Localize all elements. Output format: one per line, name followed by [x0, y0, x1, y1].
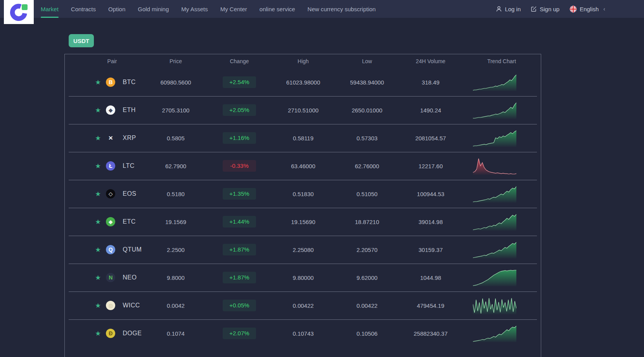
user-icon: [496, 6, 502, 12]
favorite-star-icon[interactable]: ★: [95, 107, 101, 114]
column-header-price: Price: [144, 58, 208, 64]
table-row-wicc[interactable]: ★◍WICC0.0042+0.05%0.004220.00422479454.1…: [65, 291, 541, 319]
table-row-eos[interactable]: ★◇EOS0.5180+1.35%0.518300.51050100944.53: [65, 180, 541, 208]
trend-chart-cell: [462, 157, 541, 175]
table-row-btc[interactable]: ★BBTC60980.5600+2.54%61023.9800059438.94…: [65, 68, 541, 96]
change-badge: +2.05%: [223, 104, 256, 116]
pair-cell: ★QQTUM: [65, 245, 144, 254]
nav-item-my-assets[interactable]: My Assets: [181, 0, 208, 18]
row-divider: [69, 96, 537, 97]
high-cell: 2.25080: [271, 247, 335, 253]
change-badge: +1.87%: [223, 272, 256, 283]
favorite-star-icon[interactable]: ★: [95, 219, 101, 225]
favorite-star-icon[interactable]: ★: [95, 274, 101, 281]
column-header-trend-chart: Trend Chart: [462, 58, 541, 64]
usdt-filter-tab[interactable]: USDT: [69, 34, 94, 47]
table-row-eth[interactable]: ★◆ETH2705.3100+2.05%2710.510002650.01000…: [65, 96, 541, 124]
change-cell: +1.87%: [208, 244, 271, 255]
pair-cell: ★BBTC: [65, 78, 144, 87]
price-cell: 0.5180: [144, 191, 208, 197]
trend-chart-cell: [462, 185, 541, 203]
change-cell: +1.87%: [208, 272, 271, 283]
coin-icon-xrp: ×: [106, 133, 115, 143]
trend-sparkline: [473, 324, 516, 342]
top-navbar: MarketContractsOptionGold miningMy Asset…: [0, 0, 644, 18]
language-caret-icon[interactable]: ‹: [603, 6, 605, 12]
low-cell: 62.76000: [335, 163, 399, 169]
price-cell: 2705.3100: [144, 107, 208, 114]
nav-item-option[interactable]: Option: [108, 0, 125, 18]
change-badge: +2.54%: [223, 76, 256, 88]
login-label: Log in: [505, 6, 521, 12]
volume-cell: 479454.19: [399, 302, 462, 309]
volume-cell: 30159.37: [399, 247, 462, 253]
favorite-star-icon[interactable]: ★: [95, 163, 101, 169]
favorite-star-icon[interactable]: ★: [95, 302, 101, 309]
trend-chart-cell: [462, 241, 541, 259]
pair-cell: ★◍WICC: [65, 301, 144, 310]
nav-item-my-center[interactable]: My Center: [220, 0, 247, 18]
column-header-change: Change: [208, 58, 271, 64]
column-header-24h-volume: 24H Volume: [399, 58, 462, 64]
nav-item-contracts[interactable]: Contracts: [71, 0, 96, 18]
volume-cell: 39014.98: [399, 219, 462, 225]
nav-item-market[interactable]: Market: [41, 0, 59, 18]
table-row-etc[interactable]: ★◆ETC19.1569+1.44%19.1569018.8721039014.…: [65, 208, 541, 236]
table-row-qtum[interactable]: ★QQTUM2.2500+1.87%2.250802.2057030159.37: [65, 236, 541, 264]
nav-item-new-currency-subscription[interactable]: New currency subscription: [308, 0, 376, 18]
table-row-doge[interactable]: ★ÐDOGE0.1074+2.07%0.107430.1050625882340…: [65, 319, 541, 347]
pair-symbol: ETH: [123, 107, 136, 114]
coin-icon-doge: Ð: [106, 329, 115, 338]
volume-cell: 12217.60: [399, 163, 462, 169]
trend-sparkline: [473, 241, 516, 259]
price-cell: 2.2500: [144, 247, 208, 253]
login-button[interactable]: Log in: [496, 6, 521, 12]
low-cell: 2650.01000: [335, 107, 399, 114]
table-row-xrp[interactable]: ★×XRP0.5805+1.16%0.581190.573032081054.5…: [65, 124, 541, 152]
volume-cell: 1490.24: [399, 107, 462, 114]
volume-cell: 100944.53: [399, 191, 462, 197]
coin-icon-wicc: ◍: [106, 301, 115, 310]
coin-icon-eos: ◇: [106, 189, 115, 198]
pair-cell: ★ŁLTC: [65, 161, 144, 171]
column-header-low: Low: [335, 58, 399, 64]
volume-cell: 2081054.57: [399, 135, 462, 141]
trend-sparkline: [473, 213, 516, 231]
volume-cell: 318.49: [399, 79, 462, 86]
favorite-star-icon[interactable]: ★: [95, 247, 101, 253]
pair-symbol: QTUM: [123, 246, 142, 253]
change-badge: +1.44%: [223, 216, 256, 228]
pair-symbol: NEO: [123, 274, 137, 281]
high-cell: 0.10743: [271, 330, 335, 337]
trend-sparkline: [473, 101, 516, 119]
coin-icon-neo: N: [106, 273, 115, 282]
pair-symbol: EOS: [123, 190, 136, 197]
price-cell: 0.1074: [144, 330, 208, 337]
price-cell: 9.8000: [144, 274, 208, 281]
brand-logo[interactable]: [4, 0, 34, 24]
signup-button[interactable]: Sign up: [531, 6, 559, 12]
favorite-star-icon[interactable]: ★: [95, 330, 101, 337]
language-selector[interactable]: English: [570, 5, 599, 13]
market-table: PairPriceChangeHighLow24H VolumeTrend Ch…: [64, 54, 541, 357]
high-cell: 19.15690: [271, 219, 335, 225]
favorite-star-icon[interactable]: ★: [95, 135, 101, 141]
favorite-star-icon[interactable]: ★: [95, 191, 101, 197]
low-cell: 0.10506: [335, 330, 399, 337]
pair-symbol: ETC: [123, 218, 136, 225]
table-row-neo[interactable]: ★NNEO9.8000+1.87%9.800009.620001044.98: [65, 264, 541, 291]
pair-cell: ★NNEO: [65, 273, 144, 282]
pair-cell: ★×XRP: [65, 133, 144, 143]
low-cell: 2.20570: [335, 247, 399, 253]
row-divider: [69, 236, 537, 236]
nav-right-group: Log in Sign up English ‹: [496, 0, 605, 18]
nav-item-gold-mining[interactable]: Gold mining: [138, 0, 169, 18]
low-cell: 18.87210: [335, 219, 399, 225]
price-cell: 62.7900: [144, 163, 208, 169]
change-badge: +0.05%: [223, 300, 256, 311]
nav-item-online-service[interactable]: online service: [260, 0, 295, 18]
trend-chart-cell: [462, 213, 541, 231]
table-row-ltc[interactable]: ★ŁLTC62.7900-0.33%63.4600062.7600012217.…: [65, 152, 541, 180]
favorite-star-icon[interactable]: ★: [95, 79, 101, 86]
low-cell: 0.00422: [335, 302, 399, 309]
